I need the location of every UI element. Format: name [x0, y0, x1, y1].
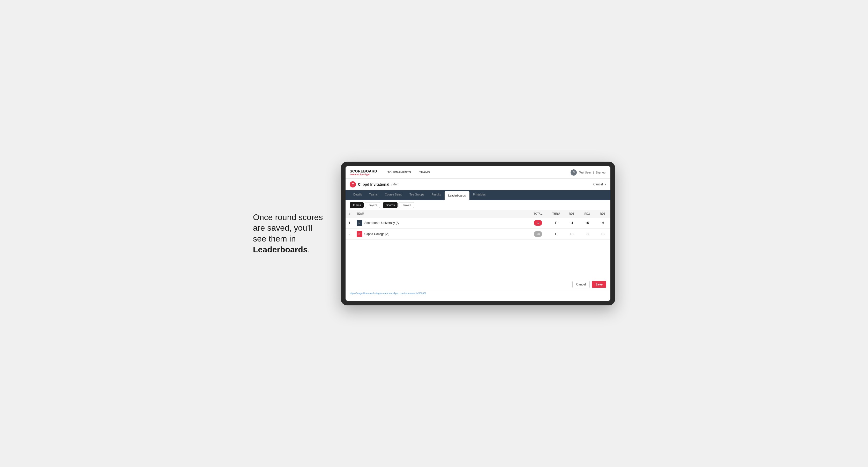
rd1-cell: -4	[564, 217, 579, 228]
thru-cell: F	[548, 228, 564, 240]
team-logo-icon: C	[356, 231, 362, 237]
rd1-cell: +8	[564, 228, 579, 240]
table-row: 1 S Scoreboard University [A] -5 F -4 +5…	[345, 217, 610, 228]
tab-teams[interactable]: Teams	[366, 190, 381, 200]
user-avatar: S	[570, 169, 577, 176]
tab-course-setup[interactable]: Course Setup	[381, 190, 406, 200]
score-badge: +3	[534, 231, 542, 237]
logo-text: SCOREBOARD	[350, 169, 377, 173]
total-cell: -5	[528, 217, 548, 228]
url-text: https://stage-blue-coach.stagescoreboard…	[350, 292, 426, 294]
rd2-cell: -8	[579, 228, 595, 240]
subtab-strokes[interactable]: Strokes	[399, 202, 414, 208]
subtab-scores[interactable]: Scores	[383, 202, 398, 208]
user-name: Test User	[579, 171, 591, 174]
tournament-logo: C	[350, 181, 356, 187]
sidebar-description: Once round scores are saved, you'll see …	[253, 212, 326, 255]
col-header-rd3: RD3	[595, 210, 610, 217]
close-icon: ×	[604, 183, 606, 186]
cancel-area[interactable]: Cancel ×	[593, 183, 606, 186]
tournament-name: Clippd Invitational	[358, 182, 389, 186]
sub-tabs: Teams Players Scores Strokes	[345, 200, 610, 210]
tab-details[interactable]: Details	[350, 190, 366, 200]
rd2-cell: +5	[579, 217, 595, 228]
top-nav: SCOREBOARD Powered by clippd TOURNAMENTS…	[345, 166, 610, 179]
bottom-bar: Cancel Save	[345, 278, 610, 291]
nav-pipe: |	[593, 171, 594, 174]
rd3-cell: +3	[595, 228, 610, 240]
logo-sub: Powered by clippd	[350, 173, 377, 176]
team-logo-icon: S	[356, 220, 362, 226]
spacer	[345, 259, 610, 278]
logo-sub-prefix: Powered by	[350, 173, 363, 176]
tab-leaderboards[interactable]: Leaderboards	[444, 191, 469, 200]
tab-printables[interactable]: Printables	[469, 190, 489, 200]
leaderboard-table-area: # TEAM TOTAL THRU RD1 RD2 RD3 1	[345, 210, 610, 259]
rank-cell: 1	[345, 217, 353, 228]
tab-tee-groups[interactable]: Tee Groups	[406, 190, 428, 200]
url-bar: https://stage-blue-coach.stagescoreboard…	[345, 291, 610, 295]
team-cell: S Scoreboard University [A]	[353, 217, 528, 228]
table-body: 1 S Scoreboard University [A] -5 F -4 +5…	[345, 217, 610, 240]
thru-cell: F	[548, 217, 564, 228]
score-badge: -5	[534, 220, 542, 226]
nav-right: S Test User | Sign out	[570, 169, 606, 176]
col-header-total: TOTAL	[528, 210, 548, 217]
tab-results[interactable]: Results	[428, 190, 444, 200]
tab-nav: Details Teams Course Setup Tee Groups Re…	[345, 190, 610, 200]
team-logo-cell: S Scoreboard University [A]	[356, 220, 525, 226]
sidebar-line1: Once round scores are saved, you'll see …	[253, 213, 323, 243]
sidebar-end: .	[308, 245, 310, 254]
sign-out-link[interactable]: Sign out	[596, 171, 606, 174]
col-header-rank: #	[345, 210, 353, 217]
col-header-thru: THRU	[548, 210, 564, 217]
nav-teams[interactable]: TEAMS	[415, 166, 434, 179]
nav-tournaments[interactable]: TOURNAMENTS	[383, 166, 415, 179]
logo-brand: clippd	[363, 173, 370, 176]
tablet-device: SCOREBOARD Powered by clippd TOURNAMENTS…	[341, 162, 615, 305]
col-header-team: TEAM	[353, 210, 528, 217]
table-header-row: # TEAM TOTAL THRU RD1 RD2 RD3	[345, 210, 610, 217]
col-header-rd2: RD2	[579, 210, 595, 217]
col-header-rd1: RD1	[564, 210, 579, 217]
save-button[interactable]: Save	[592, 281, 606, 288]
rank-cell: 2	[345, 228, 353, 240]
team-name: Clippd College [A]	[365, 232, 389, 236]
leaderboard-table: # TEAM TOTAL THRU RD1 RD2 RD3 1	[345, 210, 610, 240]
rd3-cell: -6	[595, 217, 610, 228]
nav-items: TOURNAMENTS TEAMS	[383, 166, 570, 179]
subtab-players[interactable]: Players	[365, 202, 380, 208]
page-wrapper: Once round scores are saved, you'll see …	[253, 162, 615, 305]
team-name: Scoreboard University [A]	[365, 221, 400, 225]
table-row: 2 C Clippd College [A] +3 F +8 -8 +3	[345, 228, 610, 240]
tournament-gender: (Men)	[391, 183, 399, 186]
sidebar-bold: Leaderboards	[253, 245, 308, 254]
team-cell: C Clippd College [A]	[353, 228, 528, 240]
subtab-teams[interactable]: Teams	[350, 202, 364, 208]
logo-area: SCOREBOARD Powered by clippd	[350, 169, 377, 176]
cancel-button[interactable]: Cancel	[572, 281, 590, 288]
tournament-header: C Clippd Invitational (Men) Cancel ×	[345, 179, 610, 190]
tournament-title-area: C Clippd Invitational (Men)	[350, 181, 400, 187]
total-cell: +3	[528, 228, 548, 240]
team-logo-cell: C Clippd College [A]	[356, 231, 525, 237]
tablet-screen: SCOREBOARD Powered by clippd TOURNAMENTS…	[345, 166, 610, 301]
tablet-content: SCOREBOARD Powered by clippd TOURNAMENTS…	[345, 166, 610, 295]
cancel-label: Cancel	[593, 183, 603, 186]
